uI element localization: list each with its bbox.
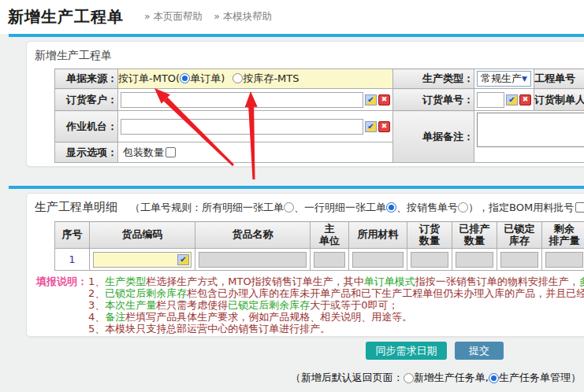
package-qty-label: 包装数量 xyxy=(123,146,164,158)
instruction-line: 4、备注栏填写产品具体生产要求，例如产品规格、相关说明、用途等。 xyxy=(88,311,584,323)
order-qty-field xyxy=(411,252,448,268)
help-link-page[interactable]: » 本页面帮助 xyxy=(144,10,203,24)
return-page-options: （新增后默认返回页面：新增生产任务单,生产任务单管理） xyxy=(291,371,581,385)
remark-label: 单据备注： xyxy=(393,111,474,163)
main-unit-field xyxy=(314,252,345,268)
col-header-order-qty: 订货 数量 xyxy=(407,222,452,249)
radio-return-new-task[interactable] xyxy=(404,373,414,383)
detail-section-title: 生产工程单明细 xyxy=(35,200,117,215)
source-label: 单据来源： xyxy=(55,69,118,89)
customer-label: 订货客户： xyxy=(55,89,118,111)
row-index: 1 xyxy=(55,249,90,271)
help-link-module[interactable]: » 本模块帮助 xyxy=(214,10,272,24)
clear-icon[interactable]: ✖ xyxy=(378,121,390,132)
radio-one-order-per-line[interactable] xyxy=(386,202,396,213)
prod-type-value: 常规生产 xyxy=(481,72,522,86)
locked-stock-field xyxy=(500,252,538,268)
prod-type-select[interactable]: 常规生产 ▼ xyxy=(477,71,531,87)
chevron-down-icon: ▼ xyxy=(522,75,527,83)
scheduled-qty-field xyxy=(456,252,493,268)
col-header-product-name: 货品名称 xyxy=(195,222,311,249)
col-header-scheduled-qty: 已排产 数量 xyxy=(452,222,497,249)
lookup-icon[interactable]: ✔ xyxy=(365,121,377,132)
remark-textarea[interactable] xyxy=(477,113,584,147)
return-option2: 生产任务单管理 xyxy=(499,371,571,385)
form-section-title: 新增生产工程单 xyxy=(35,49,584,63)
rule-text: ），指定BOM用料批号 xyxy=(468,201,574,215)
order-form-table: 单据来源： 按订单-MTO(单订单) 按库存-MTS 生产类型： 常规生产 ▼ … xyxy=(54,68,584,163)
lookup-icon[interactable]: ✔ xyxy=(506,94,518,105)
page-title: 新增生产工程单 xyxy=(8,6,124,28)
detail-header-row: 序号 货品编码 货品名称 主 单位 所用材料 订货 数量 已排产 数量 已锁定 … xyxy=(55,222,584,249)
instructions-label: 填报说明： xyxy=(36,276,88,335)
return-option1: 新增生产任务单, xyxy=(414,371,489,385)
accent-divider xyxy=(9,34,584,37)
work-order-rule: （工单号规则：所有明细一张工单、一行明细一张工单、按销售单号），指定BOM用料批… xyxy=(130,201,584,215)
return-suffix: ） xyxy=(571,371,581,385)
radio-mts[interactable] xyxy=(232,73,243,83)
lookup-icon[interactable]: ✔ xyxy=(365,94,377,105)
col-header-main-unit: 主 单位 xyxy=(311,222,349,249)
top-header: 新增生产工程单 » 本页面帮助 » 本模块帮助 xyxy=(0,0,584,34)
clear-icon[interactable]: ✖ xyxy=(378,94,390,105)
machine-input[interactable] xyxy=(121,119,363,135)
fill-instructions: 填报说明： 1、生产类型栏选择生产方式，MTO指按销售订单生产，其中单订单模式指… xyxy=(36,276,584,335)
order-no-label: 订货单号： xyxy=(393,89,474,111)
rule-text: 、按销售单号 xyxy=(396,201,458,215)
radio-return-task-mgmt[interactable] xyxy=(489,373,499,383)
machine-label: 作业机台： xyxy=(55,111,118,142)
sync-demand-date-button[interactable]: 同步需求日期 xyxy=(366,342,447,360)
order-no-input[interactable] xyxy=(477,92,504,108)
col-header-index: 序号 xyxy=(55,222,90,249)
clear-icon[interactable]: ✖ xyxy=(519,94,531,105)
col-header-product-code: 货品编码 xyxy=(90,222,195,249)
product-code-input[interactable]: ✔ xyxy=(93,252,192,268)
lookup-icon[interactable]: ✔ xyxy=(177,254,189,265)
source-options-cell: 按订单-MTO(单订单) 按库存-MTS xyxy=(118,69,393,89)
detail-data-row: 1 ✔ xyxy=(55,249,584,271)
col-header-material: 所用材料 xyxy=(349,222,407,249)
radio-one-order-all[interactable] xyxy=(284,202,294,213)
customer-input[interactable] xyxy=(121,92,363,108)
source-option-mto-text: 按订单-MTO( xyxy=(118,72,180,84)
bom-batch-checkbox[interactable] xyxy=(575,202,584,213)
col-header-locked-stock: 已锁定 库存 xyxy=(497,222,542,249)
radio-by-sales-no[interactable] xyxy=(458,202,468,213)
remaining-qty-field xyxy=(545,252,583,268)
rule-text: 、一行明细一张工单 xyxy=(294,201,386,215)
order-maker-label: 订货制单人 xyxy=(534,89,584,111)
source-option-mts-text: 按库存-MTS xyxy=(243,72,299,84)
instruction-line: 3、本次生产量栏只需考虑使得已锁定后剩余库存大于或等于0即可； xyxy=(88,299,584,311)
material-field xyxy=(352,252,404,268)
instruction-line: 1、生产类型栏选择生产方式，MTO指按销售订单生产，其中单订单模式指按一张销售订… xyxy=(88,276,584,287)
display-options-label: 显示选项： xyxy=(55,142,118,163)
source-option-single-text: 单订单) xyxy=(190,72,225,84)
prod-type-label: 生产类型： xyxy=(393,69,474,89)
instruction-line: 5、本模块只支持总部运营中心的销售订单进行排产。 xyxy=(88,323,584,335)
work-order-no-label: 工程单号 xyxy=(534,69,584,89)
detail-table: 序号 货品编码 货品名称 主 单位 所用材料 订货 数量 已排产 数量 已锁定 … xyxy=(54,221,584,271)
order-form-panel: 新增生产工程单 单据来源： 按订单-MTO(单订单) 按库存-MTS 生产类型：… xyxy=(26,41,584,167)
radio-single-order[interactable] xyxy=(180,73,190,83)
product-name-field xyxy=(199,252,307,268)
return-prefix: （新增后默认返回页面： xyxy=(291,371,404,385)
col-header-remaining-qty: 剩余 排产量 xyxy=(542,222,584,249)
detail-panel: 生产工程单明细 （工单号规则：所有明细一张工单、一行明细一张工单、按销售单号），… xyxy=(26,193,584,337)
instruction-line: 2、已锁定后剩余库存栏包含已办理入库的在库未开单产品和已下生产工程单但仍未办理入… xyxy=(88,287,584,299)
submit-button[interactable]: 提交 xyxy=(455,342,504,360)
rule-text: （工单号规则：所有明细一张工单 xyxy=(130,201,284,215)
package-qty-checkbox[interactable] xyxy=(166,147,176,157)
accent-divider xyxy=(9,186,584,189)
